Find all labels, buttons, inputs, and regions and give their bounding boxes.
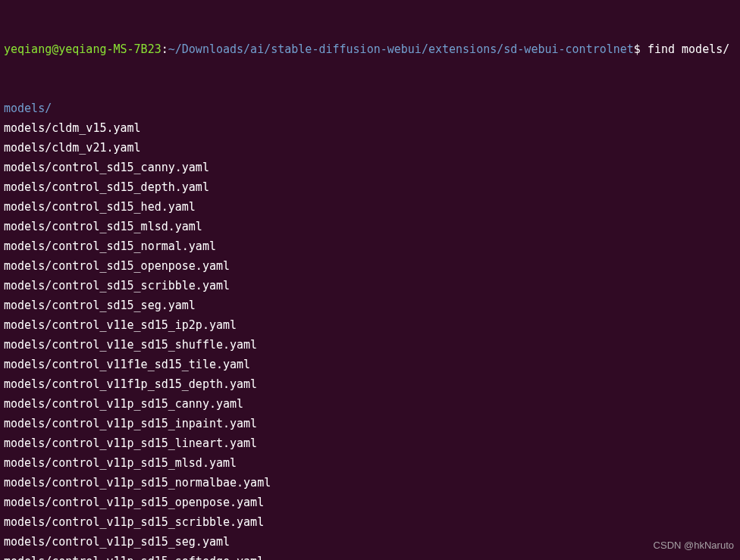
output-line: models/control_sd15_normal.yaml <box>4 236 736 256</box>
prompt-dollar: $ <box>634 42 648 56</box>
output-line: models/control_v11e_sd15_shuffle.yaml <box>4 335 736 355</box>
output-line: models/control_sd15_hed.yaml <box>4 197 736 217</box>
output-line: models/control_v11p_sd15_scribble.yaml <box>4 512 736 532</box>
output-line: models/control_v11p_sd15_lineart.yaml <box>4 433 736 453</box>
prompt-user-host: yeqiang@yeqiang-MS-7B23 <box>4 42 161 56</box>
output-line: models/cldm_v21.yaml <box>4 138 736 158</box>
output-line: models/control_v11p_sd15_softedge.yaml <box>4 552 736 560</box>
output-line: models/control_v11f1p_sd15_depth.yaml <box>4 374 736 394</box>
output-line: models/control_sd15_depth.yaml <box>4 177 736 197</box>
output-line: models/control_v11p_sd15_openpose.yaml <box>4 493 736 512</box>
terminal-window[interactable]: yeqiang@yeqiang-MS-7B23:~/Downloads/ai/s… <box>4 0 736 560</box>
output-line: models/control_v11p_sd15_seg.yaml <box>4 532 736 552</box>
output-line: models/control_sd15_scribble.yaml <box>4 276 736 296</box>
output-line: models/control_sd15_mlsd.yaml <box>4 217 736 236</box>
output-line: models/control_v11f1e_sd15_tile.yaml <box>4 355 736 374</box>
watermark-text: CSDN @hkNaruto <box>654 536 734 555</box>
output-line: models/cldm_v15.yaml <box>4 118 736 138</box>
prompt-line: yeqiang@yeqiang-MS-7B23:~/Downloads/ai/s… <box>4 39 736 59</box>
output-line: models/control_v11p_sd15_canny.yaml <box>4 394 736 414</box>
output-line: models/control_sd15_openpose.yaml <box>4 256 736 276</box>
output-line: models/control_v11e_sd15_ip2p.yaml <box>4 315 736 335</box>
output-line: models/control_v11p_sd15_normalbae.yaml <box>4 473 736 493</box>
output-line: models/control_v11p_sd15_mlsd.yaml <box>4 453 736 473</box>
terminal-output: models/models/cldm_v15.yamlmodels/cldm_v… <box>4 99 736 560</box>
prompt-path: ~/Downloads/ai/stable-diffusion-webui/ex… <box>168 42 634 56</box>
output-line: models/control_sd15_canny.yaml <box>4 158 736 177</box>
command-text: find models/ <box>648 42 729 56</box>
output-line: models/ <box>4 99 736 118</box>
output-line: models/control_sd15_seg.yaml <box>4 296 736 315</box>
output-line: models/control_v11p_sd15_inpaint.yaml <box>4 414 736 433</box>
prompt-separator: : <box>161 42 168 56</box>
